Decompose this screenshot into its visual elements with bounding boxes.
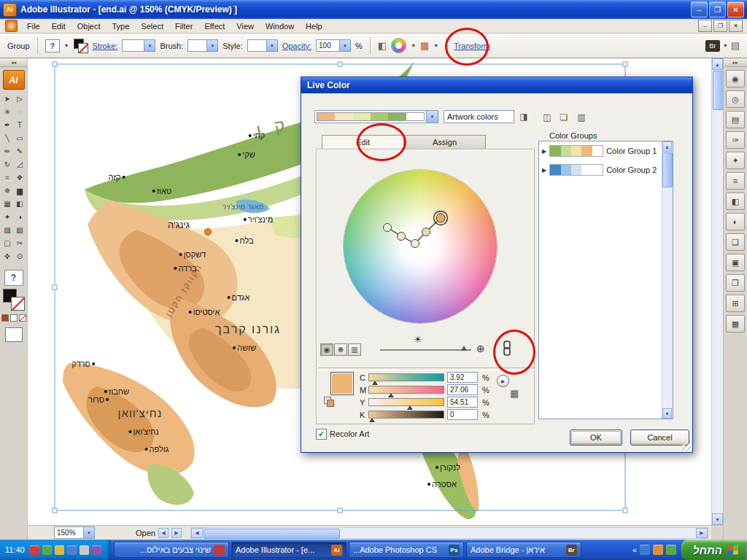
delete-color-group-icon[interactable]: ▥ [576, 112, 587, 123]
active-colors-combo[interactable]: ▼ [314, 110, 438, 123]
style-select[interactable]: ▼ [247, 39, 278, 52]
cancel-button[interactable]: Cancel [630, 429, 689, 446]
workspace-panel-icon[interactable]: ▤ [731, 40, 740, 51]
rectangle-tool[interactable]: ▭ [14, 132, 26, 144]
menu-view[interactable]: View [231, 20, 260, 32]
brush-select[interactable]: ▼ [187, 39, 218, 52]
live-color-wheel-icon[interactable] [391, 38, 406, 53]
graphic-styles-panel[interactable]: ▣ [726, 254, 745, 271]
recolor-art-checkbox[interactable]: ✔ [316, 429, 327, 440]
chevron-down-icon[interactable]: ▼ [339, 40, 350, 51]
color-wheel-markers[interactable] [344, 170, 497, 323]
get-colors-from-art-icon[interactable]: ◨ [518, 111, 530, 122]
taskbar-button[interactable]: ...Adobe Photoshop CSPs [349, 542, 464, 558]
scale-tool[interactable]: ◿ [14, 158, 26, 171]
fill-stroke-swatches[interactable] [3, 289, 25, 311]
color-bars-mode-button[interactable]: ▥ [348, 343, 361, 356]
status-text[interactable]: Open [136, 529, 155, 537]
document-minimize-button[interactable]: – [698, 20, 712, 32]
quick-launch-icon[interactable] [666, 545, 676, 555]
layers-panel[interactable]: ❒ [726, 274, 745, 292]
warp-tool[interactable]: ≈ [1, 171, 13, 184]
hand-tool[interactable]: ✜ [1, 250, 13, 262]
color-groups-list[interactable]: ▶ Color Group 1 ▶ Color Group 2 ▲ ▼ [538, 141, 673, 419]
help-tool-button[interactable]: ? [4, 270, 23, 286]
scroll-down-button[interactable]: ▼ [712, 513, 723, 525]
artwork-colors-select[interactable]: Artwork colors [444, 110, 514, 123]
line-segment-tool[interactable]: ╲ [1, 132, 13, 144]
ok-button[interactable]: OK [570, 429, 622, 446]
color-panel[interactable]: ◉ [726, 70, 745, 88]
list-scrollbar[interactable]: ▲ ▼ [662, 141, 673, 419]
stroke-panel[interactable]: ≡ [726, 172, 745, 190]
vertical-scroll-thumb[interactable] [713, 71, 723, 110]
document-close-button[interactable]: ✕ [729, 20, 743, 32]
opacity-input[interactable]: 100 ▼ [316, 39, 351, 52]
pencil-tool[interactable]: ✎ [14, 145, 26, 158]
brightness-slider-thumb[interactable] [461, 346, 467, 351]
stroke-weight-select[interactable]: ▼ [122, 39, 155, 52]
current-color-swatch[interactable] [330, 372, 354, 395]
black-value-input[interactable]: 0 [447, 409, 478, 420]
dock-expand-button[interactable]: ▸▸ [724, 58, 747, 67]
title-bar[interactable]: Ai Adobe Illustrator - [end.ai @ 150% (C… [0, 0, 747, 19]
stroke-link[interactable]: Stroke: [93, 42, 118, 50]
free-transform-tool[interactable]: ❖ [14, 171, 26, 184]
magenta-value-input[interactable]: 27.06 [447, 384, 478, 395]
wheel-segmented-mode-button[interactable]: ❋ [334, 343, 347, 356]
quick-launch-icon[interactable] [653, 545, 663, 555]
tray-icon[interactable] [55, 545, 64, 555]
tab-assign[interactable]: Assign [403, 135, 486, 149]
chevron-down-icon[interactable]: ▼ [144, 40, 155, 51]
gradient-panel[interactable]: ◧ [726, 192, 745, 210]
black-slider[interactable] [368, 411, 444, 419]
go-to-bridge-button[interactable]: Br [705, 40, 720, 52]
stroke-swatch[interactable] [11, 297, 25, 311]
color-group-row[interactable]: ▶ Color Group 1 [539, 141, 673, 160]
dialog-title-bar[interactable]: Live Color [301, 77, 692, 93]
column-graph-tool[interactable]: ▆ [14, 184, 26, 197]
black-slider-thumb[interactable] [369, 418, 375, 422]
opacity-link[interactable]: Opacity: [282, 42, 311, 50]
status-next-button[interactable]: ▶ [171, 528, 182, 538]
cyan-value-input[interactable]: 3.92 [447, 372, 478, 383]
chevron-down-icon[interactable]: ▼ [266, 40, 277, 51]
live-paint-selection-tool[interactable]: ▧ [14, 224, 26, 236]
appearance-panel[interactable]: ❏ [726, 233, 745, 251]
eyedropper-tool[interactable]: ✦ [1, 211, 13, 223]
menu-filter[interactable]: Filter [169, 20, 198, 32]
menu-edit[interactable]: Edit [46, 20, 71, 32]
recolor-artwork-presets-icon[interactable]: ◧ [378, 40, 387, 51]
chevron-down-icon[interactable]: ▼ [426, 111, 438, 122]
expand-triangle-icon[interactable]: ▶ [542, 148, 546, 155]
tray-icon[interactable] [30, 545, 39, 555]
chevron-down-icon[interactable]: ▼ [433, 43, 438, 48]
brushes-panel[interactable]: ✑ [726, 131, 745, 149]
tray-icon[interactable] [67, 545, 77, 555]
mesh-tool[interactable]: ▦ [1, 198, 13, 210]
color-mode-menu-button[interactable]: ▶ [497, 375, 509, 387]
slice-tool[interactable]: ✂ [14, 237, 26, 249]
chevron-down-icon[interactable]: ▼ [64, 43, 69, 48]
add-color-tool-icon[interactable]: ⊕ [476, 343, 485, 354]
links-panel[interactable]: ⊞ [726, 295, 745, 312]
color-group-name[interactable]: Color Group 2 [606, 166, 657, 174]
blend-tool[interactable]: ◑ [14, 211, 26, 223]
pen-tool[interactable]: ✒ [1, 119, 13, 131]
chevron-down-icon[interactable]: ▼ [723, 43, 728, 48]
direct-selection-tool[interactable]: ▷ [14, 93, 26, 105]
menu-help[interactable]: Help [300, 20, 328, 32]
close-button[interactable]: ✕ [727, 1, 744, 18]
minimize-button[interactable]: – [691, 1, 708, 18]
cyan-slider[interactable] [368, 373, 444, 381]
screen-mode-button[interactable] [5, 327, 23, 342]
yellow-slider[interactable] [368, 398, 444, 406]
chevron-down-icon[interactable]: ▼ [206, 40, 217, 51]
paintbrush-tool[interactable]: ✏ [1, 145, 13, 158]
color-guide-panel[interactable]: ◎ [726, 90, 745, 108]
magic-wand-tool[interactable]: ✳ [1, 106, 13, 118]
help-button[interactable]: ? [45, 39, 60, 52]
quick-launch-icon[interactable] [640, 545, 650, 555]
rotate-tool[interactable]: ↻ [1, 158, 13, 171]
menu-select[interactable]: Select [135, 20, 169, 32]
